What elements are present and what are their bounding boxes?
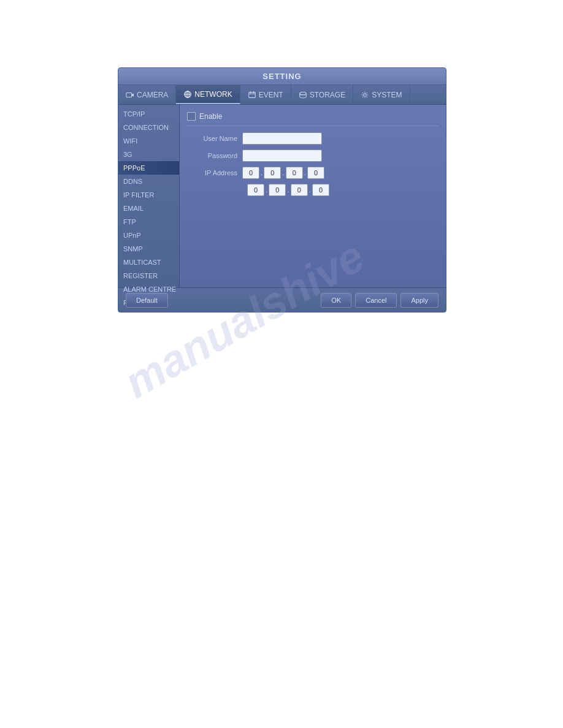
tab-camera-label: CAMERA [137,91,168,99]
ip-field-group-2: . . . [247,184,329,196]
ok-button[interactable]: OK [321,293,351,308]
tab-event[interactable]: EVENT [240,85,291,104]
ip1-dot2: . [282,169,284,177]
event-icon [248,91,256,99]
tab-event-label: EVENT [259,91,283,99]
password-row: Password [187,150,439,162]
svg-rect-6 [248,92,255,97]
enable-checkbox[interactable] [187,112,196,121]
action-buttons: OK Cancel Apply [321,293,439,308]
ip1-octet3[interactable] [286,167,303,179]
network-icon [183,90,192,99]
ip1-dot3: . [304,169,306,177]
ip-field-group-1: . . . [242,167,324,179]
sidebar: TCP/IP CONNECTION WIFI 3G PPPoE DDNS IP … [118,105,180,287]
ip1-octet2[interactable] [264,167,281,179]
tab-bar: CAMERA NETWORK EVENT [118,85,446,105]
ip1-octet1[interactable] [242,167,259,179]
content-area: TCP/IP CONNECTION WIFI 3G PPPoE DDNS IP … [118,105,446,287]
ip2-dot2: . [287,186,289,194]
ip2-octet1[interactable] [247,184,264,196]
ip2-dot3: . [309,186,311,194]
enable-label: Enable [199,112,222,121]
ip2-octet4[interactable] [312,184,329,196]
storage-icon [299,91,307,99]
apply-button[interactable]: Apply [400,293,439,308]
sidebar-item-3g[interactable]: 3G [118,148,179,161]
sidebar-item-ip-filter[interactable]: IP FILTER [118,188,179,202]
system-icon [361,91,369,99]
tab-camera[interactable]: CAMERA [118,85,176,104]
ip-address-row-2: . . . [247,184,439,196]
cancel-button[interactable]: Cancel [355,293,397,308]
ip2-octet3[interactable] [291,184,308,196]
sidebar-item-wifi[interactable]: WIFI [118,134,179,148]
sidebar-item-upnp[interactable]: UPnP [118,229,179,242]
default-button[interactable]: Default [126,293,168,308]
username-input[interactable] [242,132,322,145]
ip1-octet4[interactable] [307,167,324,179]
sidebar-item-tcp-ip[interactable]: TCP/IP [118,107,179,121]
ip-address-row: IP Address . . . [187,167,439,179]
sidebar-item-pppoe[interactable]: PPPoE [118,161,179,175]
sidebar-item-multicast[interactable]: MULTICAST [118,256,179,269]
tab-storage[interactable]: STORAGE [291,85,353,104]
enable-row: Enable [187,112,439,126]
pppoe-panel: Enable User Name Password IP Address . . [180,105,446,287]
main-window: SETTING CAMERA NETWORK [118,67,446,313]
camera-icon [126,91,134,99]
sidebar-item-ftp[interactable]: FTP [118,215,179,229]
svg-rect-0 [126,93,132,97]
ip2-octet2[interactable] [269,184,286,196]
sidebar-item-register[interactable]: REGISTER [118,269,179,282]
tab-network[interactable]: NETWORK [176,85,240,104]
password-label: Password [187,152,242,159]
window-title: SETTING [262,72,301,81]
ip-address-label: IP Address [187,169,242,176]
title-bar: SETTING [118,68,446,85]
tab-system-label: SYSTEM [372,91,402,99]
sidebar-item-snmp[interactable]: SNMP [118,242,179,256]
tab-network-label: NETWORK [194,90,232,99]
username-row: User Name [187,132,439,145]
ip2-dot1: . [266,186,267,194]
svg-point-10 [299,92,306,94]
tab-system[interactable]: SYSTEM [353,85,410,104]
password-input[interactable] [242,150,322,162]
tab-storage-label: STORAGE [310,91,345,99]
username-label: User Name [187,135,242,142]
sidebar-item-email[interactable]: EMAIL [118,202,179,215]
sidebar-item-ddns[interactable]: DDNS [118,175,179,188]
ip1-dot1: . [261,169,262,177]
sidebar-item-connection[interactable]: CONNECTION [118,121,179,134]
svg-point-12 [364,93,366,96]
